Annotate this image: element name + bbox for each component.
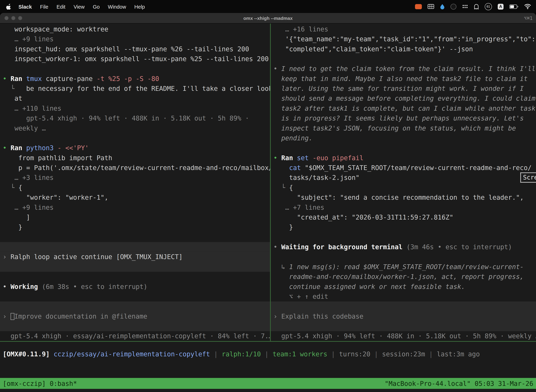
- terminal-line: keep that in mind. Maybe I also need the…: [271, 74, 536, 84]
- menu-item-go[interactable]: Go: [89, 4, 104, 9]
- text-segment: … +16 lines: [273, 25, 328, 33]
- terminal-line: workspace_mode: worktree: [0, 24, 270, 34]
- text-segment: set: [297, 154, 313, 162]
- input-source-icon[interactable]: A: [498, 4, 503, 9]
- text-segment: - <<'PY': [57, 144, 89, 152]
- terminal-line: gpt-5.4 xhigh · 94% left · 488K in · 5.1…: [271, 331, 536, 341]
- text-segment: gpt-5.4 xhigh · 94% left · 488K in · 5.1…: [273, 332, 536, 340]
- terminal-line: [271, 252, 536, 262]
- terminal-line: is in progress? It seems likely but perh…: [271, 113, 536, 123]
- terminal-line: continue assigned work or next feasible …: [271, 282, 536, 292]
- pane-divider-vertical[interactable]: [270, 23, 271, 341]
- text-segment: tmux: [26, 75, 46, 82]
- window-title-bar[interactable]: omx --xhigh --madmax ⌥⌘1: [0, 13, 536, 23]
- text-segment: Ran: [10, 75, 26, 82]
- text-cursor: [10, 313, 14, 320]
- terminal-line: ⌥ + ↑ edit: [271, 292, 536, 301]
- menu-item-edit[interactable]: Edit: [53, 4, 69, 9]
- prompt-input-line[interactable]: › Explain this codebase: [271, 311, 536, 321]
- apple-menu-icon[interactable]: [6, 3, 12, 10]
- left-terminal-pane[interactable]: workspace_mode: worktree … +9 lines insp…: [0, 23, 270, 341]
- menu-item-help[interactable]: Help: [130, 4, 149, 9]
- ghost-icon[interactable]: [474, 4, 479, 9]
- terminal-window: omx --xhigh --madmax ⌥⌘1 workspace_mode:…: [0, 13, 536, 392]
- text-segment: |: [261, 350, 273, 358]
- text-segment: … +3 lines: [3, 174, 54, 181]
- terminal-line: [0, 232, 270, 242]
- text-segment: (6m 38s • esc to interrupt): [42, 283, 147, 290]
- text-segment: from pathlib import Path: [3, 154, 112, 162]
- dots-grid-icon[interactable]: [462, 5, 468, 9]
- prompt-input-line[interactable]: › Improve documentation in @filename: [0, 311, 270, 321]
- text-segment: └: [3, 85, 26, 92]
- text-segment: continue assigned work or next feasible …: [273, 283, 465, 290]
- terminal-line: • Ran set -euo pipefail: [271, 153, 536, 163]
- terminal-line: from pathlib import Path: [0, 153, 270, 163]
- terminal-line: … +9 lines: [0, 202, 270, 212]
- text-segment: ↳: [273, 263, 289, 271]
- text-segment: weekly …: [3, 124, 46, 132]
- macos-menu-bar: Slack FileEditViewGoWindowHelp 61 A: [0, 0, 536, 13]
- text-segment: I need to get the claim token from the c…: [281, 65, 536, 72]
- keyboard-grid-icon[interactable]: [428, 4, 434, 9]
- text-segment: └: [273, 184, 289, 191]
- text-segment: └: [3, 184, 19, 191]
- terminal-line: task2 after task1 is complete, but can I…: [271, 103, 536, 113]
- wifi-icon[interactable]: [524, 4, 531, 9]
- text-segment: at: [3, 94, 22, 102]
- terminal-line: └ {: [271, 183, 536, 192]
- terminal-line: pending.: [271, 133, 536, 143]
- text-segment: "created_at": "2026-03-31T11:59:27.816Z": [273, 213, 453, 221]
- text-segment: should send a message before completing …: [273, 94, 536, 102]
- terminal-line: gpt-5.4 xhigh · 94% left · 488K in · 5.1…: [0, 113, 270, 123]
- clock-icon[interactable]: [450, 4, 456, 9]
- terminal-line: "created_at": "2026-03-31T11:59:27.816Z": [271, 212, 536, 222]
- text-segment: Explain this codebase: [281, 313, 364, 320]
- battery-icon[interactable]: [509, 4, 518, 9]
- screen-recording-indicator-icon[interactable]: [415, 4, 422, 9]
- text-segment: |: [210, 350, 222, 358]
- text-segment: python3: [26, 144, 57, 152]
- battery-percent-badge[interactable]: 61: [485, 3, 492, 10]
- text-segment: … +110 lines: [3, 104, 62, 112]
- terminal-line: • Ran python3 - <<'PY': [0, 143, 270, 153]
- text-segment: -t %25 -p -S -80: [96, 75, 159, 82]
- text-segment: }: [3, 223, 22, 231]
- text-segment: gpt-5.4 xhigh · 94% left · 488K in · 5.1…: [3, 114, 249, 122]
- terminal-line: [0, 262, 270, 272]
- text-segment: task2 after task1 is complete, but can I…: [273, 104, 536, 112]
- tmux-status-bar: [omx-cczip] 0:bash* "MacBook-Pro-44.loca…: [0, 378, 536, 389]
- text-segment: "subject": "send a concise recommendatio…: [273, 194, 524, 201]
- app-menu-slack[interactable]: Slack: [14, 4, 36, 9]
- terminal-line: [OMX#0.11.9] cczip/essay/ai-reimplementa…: [0, 349, 536, 359]
- right-terminal-pane[interactable]: … +16 lines '{"team_name":"my-team","tas…: [271, 23, 536, 341]
- screen: Slack FileEditViewGoWindowHelp 61 A: [0, 0, 536, 392]
- text-segment: Ran: [10, 144, 26, 152]
- text-segment: capture-pane: [46, 75, 96, 82]
- window-shortcut-label: ⌥⌘1: [524, 15, 532, 21]
- zoom-button[interactable]: [18, 16, 22, 20]
- tmux-session-window-label: [omx-cczip] 0:bash*: [3, 380, 77, 387]
- menu-item-window[interactable]: Window: [104, 4, 130, 9]
- terminal-line: ]: [0, 212, 270, 222]
- terminal-line: ↳ 1 new msg(s): read $OMX_TEAM_STATE_ROO…: [271, 262, 536, 272]
- menu-item-view[interactable]: View: [69, 4, 89, 9]
- terminal-line: • Waiting for background terminal (3m 46…: [271, 242, 536, 252]
- text-segment: is in progress? It seems likely but perh…: [273, 114, 524, 122]
- text-segment: "worker": "worker-1",: [3, 194, 108, 201]
- text-segment: turns:20: [339, 350, 370, 358]
- drop-icon[interactable]: [440, 4, 445, 9]
- text-segment: "completed","claim_token":"claim-token"}…: [273, 45, 473, 53]
- close-button[interactable]: [5, 16, 9, 20]
- terminal-line: [271, 301, 536, 311]
- text-segment: {: [19, 184, 22, 191]
- text-segment: gpt-5.4 xhigh · essay/ai-reimplementatio…: [3, 332, 270, 340]
- minimize-button[interactable]: [11, 16, 15, 20]
- terminal-line: should send a message before completing …: [271, 93, 536, 103]
- text-segment: be necessary for the end of the README. …: [26, 85, 270, 92]
- terminal-line: … +3 lines: [0, 173, 270, 183]
- menu-item-file[interactable]: File: [36, 4, 53, 9]
- window-title: omx --xhigh --madmax: [243, 15, 293, 21]
- text-segment: inspect_worker-1: omx sparkshell --tmux-…: [3, 55, 269, 62]
- text-segment: p = Path('.omx/state/team/review-current…: [3, 164, 270, 171]
